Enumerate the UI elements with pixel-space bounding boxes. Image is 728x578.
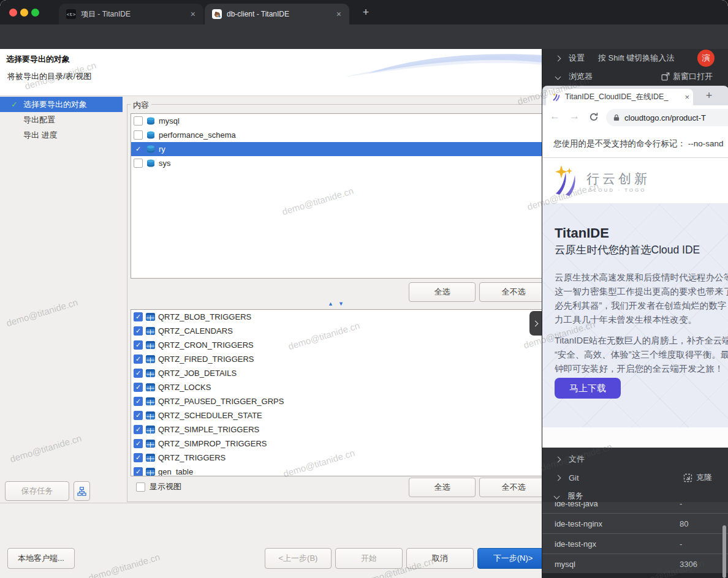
checkbox[interactable]: ✓ (134, 411, 143, 420)
tab-project[interactable]: <t> 项目 - TitanIDE × (59, 4, 203, 24)
table-row[interactable]: ✓ QRTZ_TRIGGERS (131, 451, 542, 465)
clone-icon[interactable] (683, 473, 692, 482)
service-row[interactable]: ide-test-ngx - (542, 534, 728, 554)
services-list: ide-test-java - ide-test-nginx 80 ide-te… (542, 502, 728, 573)
table-icon (146, 397, 155, 405)
checkbox[interactable]: ✓ (134, 369, 143, 378)
tab-close-icon[interactable]: × (335, 9, 343, 19)
table-row[interactable]: ✓ QRTZ_BLOB_TRIGGERS (131, 310, 542, 324)
splitter-sash[interactable]: ▲ ▼ (328, 301, 344, 307)
download-button[interactable]: 马上下载 (555, 378, 621, 399)
schema-row[interactable]: ✓ sys (131, 156, 542, 170)
select-none-tables-button[interactable]: 全不选 (479, 478, 542, 497)
panel-scrollbar[interactable] (722, 525, 726, 578)
checkbox[interactable]: ✓ (134, 312, 143, 321)
schema-row[interactable]: ✓ performance_schema (131, 128, 542, 142)
table-row[interactable]: ✓ gen_table (131, 465, 542, 476)
table-row[interactable]: ✓ QRTZ_JOB_DETAILS (131, 366, 542, 380)
footer-divider (0, 503, 542, 503)
select-none-schemas-button[interactable]: 全不选 (479, 282, 542, 302)
dock-bottom-strip (542, 573, 728, 578)
show-views-checkbox[interactable] (136, 482, 145, 492)
checkbox[interactable]: ✓ (134, 383, 143, 392)
checkbox[interactable]: ✓ (134, 355, 143, 364)
tab-close-icon[interactable]: × (189, 9, 197, 19)
header-decoration (343, 49, 542, 77)
tab-db-client[interactable]: db-client - TitanIDE × (205, 4, 349, 24)
checkbox[interactable]: ✓ (134, 397, 143, 406)
table-row[interactable]: ✓ QRTZ_CALENDARS (131, 324, 542, 338)
table-list: ✓ QRTZ_BLOB_TRIGGERS ✓ (131, 309, 542, 476)
app-window: <t> 项目 - TitanIDE × db-client - TitanIDE… (0, 0, 728, 578)
table-row[interactable]: ✓ QRTZ_SIMPLE_TRIGGERS (131, 422, 542, 437)
sash-up-icon[interactable]: ▲ (328, 301, 333, 307)
browser-section-label: 浏览器 (569, 71, 593, 82)
cancel-button[interactable]: 取消 (406, 548, 474, 569)
next-step-button[interactable]: 下一步(N)> (477, 548, 542, 569)
select-all-schemas-button[interactable]: 全选 (409, 282, 476, 302)
embedded-tab-strip: TitanIDE_CloudIDE_在线IDE_ × + (542, 86, 728, 105)
checkbox[interactable]: ✓ (134, 439, 143, 448)
new-tab-button[interactable]: + (358, 5, 373, 20)
wizard-step[interactable]: ✓ 选择要导出的对象 (0, 97, 123, 112)
reload-icon[interactable] (589, 112, 599, 122)
browser-section-row[interactable]: 浏览器 新窗口打开 (542, 67, 728, 86)
sash-down-icon[interactable]: ▼ (338, 301, 344, 307)
forward-icon[interactable]: → (569, 110, 580, 122)
schema-row[interactable]: ✓ mysql (131, 114, 542, 128)
table-row[interactable]: ✓ QRTZ_CRON_TRIGGERS (131, 338, 542, 352)
workflow-icon (77, 487, 86, 496)
schema-row[interactable]: ✓ ry (131, 142, 542, 156)
show-views-row[interactable]: 显示视图 (136, 481, 181, 492)
service-row[interactable]: ide-test-nginx 80 (542, 514, 728, 534)
checkbox[interactable]: ✓ (134, 340, 143, 350)
database-icon (146, 116, 156, 126)
mac-close-button[interactable] (9, 9, 17, 17)
open-new-window-icon[interactable] (661, 72, 670, 81)
checkbox[interactable]: ✓ (134, 467, 143, 476)
mac-minimize-button[interactable] (20, 9, 28, 17)
checkbox[interactable]: ✓ (134, 144, 143, 154)
save-task-button[interactable]: 保存任务 (5, 481, 69, 501)
paragraph-line: 力工具几十年未曾发生根本性改变。 (555, 313, 728, 327)
service-row[interactable]: ide-test-java - (542, 502, 728, 514)
start-button[interactable]: 开始 (335, 548, 403, 569)
table-row[interactable]: ✓ QRTZ_SIMPROP_TRIGGERS (131, 437, 542, 451)
wizard-subtitle: 将被导出的目录/表/视图 (7, 71, 91, 82)
open-new-window-label[interactable]: 新窗口打开 (673, 71, 713, 82)
table-row[interactable]: ✓ QRTZ_SCHEDULER_STATE (131, 408, 542, 422)
clone-label[interactable]: 克隆 (696, 472, 712, 483)
checkbox[interactable]: ✓ (134, 453, 143, 462)
wizard-step[interactable]: ✓ 导出配置 (0, 112, 123, 127)
checkbox[interactable]: ✓ (134, 130, 143, 140)
checkbox[interactable]: ✓ (134, 116, 143, 126)
select-all-tables-button[interactable]: 全选 (409, 478, 476, 497)
demo-badge[interactable]: 演 (697, 50, 715, 67)
back-step-button[interactable]: <上一步(B) (265, 548, 332, 569)
git-section-row[interactable]: Git 克隆 (542, 468, 728, 487)
show-views-label: 显示视图 (150, 481, 181, 492)
embedded-tab-close-icon[interactable]: × (684, 92, 689, 102)
table-row[interactable]: ✓ QRTZ_LOCKS (131, 380, 542, 394)
checkbox[interactable]: ✓ (134, 425, 143, 434)
local-client-button[interactable]: 本地客户端... (7, 548, 75, 569)
service-row[interactable]: mysql 3306 (542, 554, 728, 573)
embedded-new-tab-button[interactable]: + (702, 88, 716, 103)
checkbox[interactable]: ✓ (134, 159, 143, 168)
embedded-tab[interactable]: TitanIDE_CloudIDE_在线IDE_ × (546, 89, 693, 105)
mac-zoom-button[interactable] (31, 9, 39, 17)
table-icon (146, 355, 155, 363)
titanide-favicon: <t> (66, 9, 76, 19)
table-row[interactable]: ✓ QRTZ_FIRED_TRIGGERS (131, 352, 542, 366)
task-variables-button[interactable] (74, 481, 90, 501)
tab-title: 项目 - TitanIDE (81, 9, 189, 20)
files-section-row[interactable]: 文件 (542, 450, 728, 468)
embedded-address-bar[interactable]: cloudtogo.cn/product-T (606, 109, 728, 126)
chevron-right-icon (555, 456, 561, 462)
table-row[interactable]: ✓ QRTZ_PAUSED_TRIGGER_GRPS (131, 394, 542, 408)
checkbox[interactable]: ✓ (134, 326, 143, 336)
back-icon[interactable]: ← (550, 110, 560, 122)
service-port: - (680, 502, 682, 508)
panel-collapse-handle[interactable] (529, 311, 542, 336)
wizard-step[interactable]: ✓ 导出 进度 (0, 127, 123, 143)
